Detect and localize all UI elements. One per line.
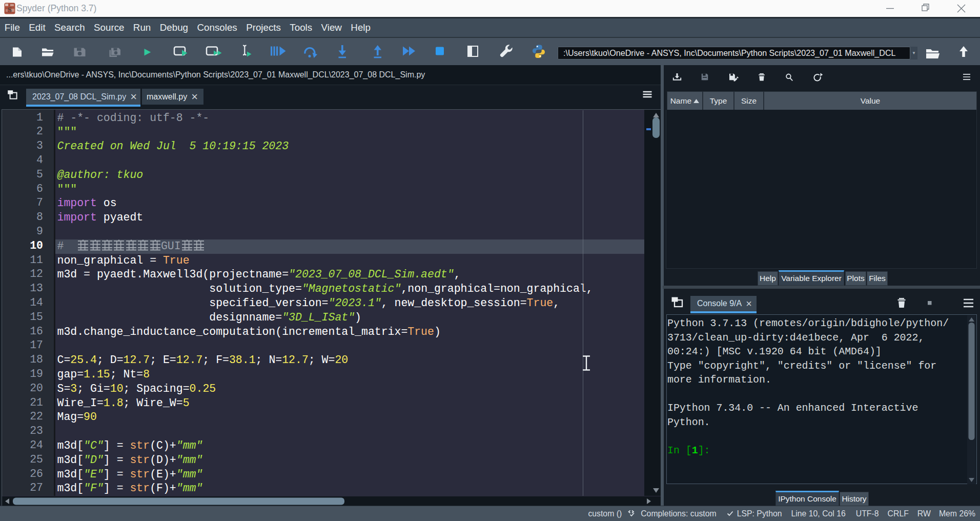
svg-text:S: S — [8, 6, 12, 14]
